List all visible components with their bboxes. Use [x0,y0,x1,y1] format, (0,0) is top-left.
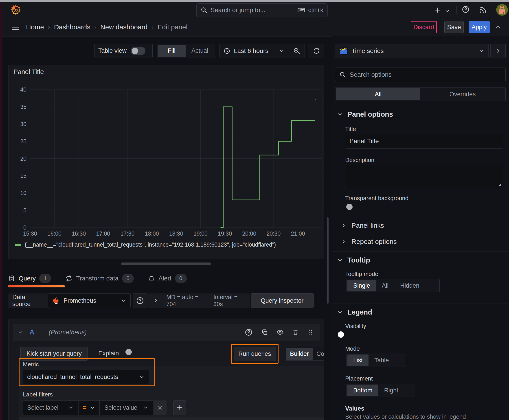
metric-select[interactable]: cloudflared_tunnel_total_requests [23,370,149,384]
textarea-resize-icon[interactable] [498,182,501,187]
legend-swatch [15,244,21,246]
panel-options-header[interactable]: Panel options [337,110,393,119]
svg-text:30: 30 [20,121,26,127]
options-chevron-icon [153,298,159,304]
remove-filter-button[interactable] [153,400,167,415]
chart-legend[interactable]: {__name__="cloudflared_tunnel_total_requ… [15,241,276,248]
panel-title: Panel Title [14,68,44,76]
breadcrumb-separator-icon: › [94,24,96,31]
breadcrumb-item[interactable]: Home [26,23,44,31]
code-option[interactable]: Code [313,348,324,360]
query-ref-id: A [30,328,34,336]
svg-text:18:00: 18:00 [145,230,159,237]
nav-divider [456,6,457,14]
panel-options-chevron-icon [337,112,343,117]
zoom-out-button[interactable] [289,44,304,58]
options-search-input[interactable]: Search options [335,68,506,82]
operator-dropdown[interactable]: = [79,400,100,415]
title-label: Title [345,126,356,133]
legend-mode-table[interactable]: Table [369,354,395,366]
tooltip-hidden[interactable]: Hidden [394,280,425,292]
legend-header[interactable]: Legend [337,308,372,316]
breadcrumb-item[interactable]: Dashboards [54,23,91,31]
breadcrumb-item[interactable]: New dashboard [100,23,147,31]
user-avatar[interactable] [496,4,508,16]
grafana-logo-icon[interactable] [10,4,22,16]
main-scrollbar-thumb[interactable] [327,218,328,304]
legend-values-label: Values [345,405,365,412]
duplicate-query-icon[interactable] [261,329,268,336]
drag-query-grip-icon[interactable] [307,329,314,335]
visualization-picker[interactable]: Time series [335,44,489,58]
resize-drag-handle[interactable] [121,262,211,265]
timeseries-viz-icon [339,47,348,55]
time-range-picker[interactable]: Last 6 hours [220,47,289,54]
time-range-control: Last 6 hours [219,44,305,58]
viz-chevron-icon [479,48,484,54]
options-search-placeholder: Search options [350,71,392,78]
news-rss-icon[interactable] [479,6,487,14]
legend-mode-label: Mode [345,345,360,352]
help-icon[interactable] [462,5,470,14]
panel-title-input[interactable]: Panel Title [345,134,503,149]
add-new-button[interactable] [433,6,441,14]
tab-transform-data[interactable]: Transform data 0 [65,274,134,283]
apply-button[interactable]: Apply [469,21,490,33]
datasource-help-button[interactable] [133,293,147,308]
legend-placement-right[interactable]: Right [378,384,404,396]
fill-option[interactable]: Fill [158,45,186,57]
svg-text:20:00: 20:00 [242,230,256,237]
breadcrumb-bar: Home›Dashboards›New dashboard›Edit panel… [2,18,509,37]
tab-all[interactable]: All [336,88,420,100]
query-row-header[interactable]: A (Prometheus) [13,324,319,341]
panel-links-section[interactable]: Panel links [341,222,384,229]
legend-mode-list[interactable]: List [347,354,369,366]
add-filter-button[interactable] [173,400,186,415]
select-value-chevron-icon [143,405,149,411]
table-view-control: Table view [94,44,153,58]
breadcrumb-current: Edit panel [158,23,187,31]
legend-chevron-icon [337,309,343,315]
collapse-sidebar-button[interactable] [490,44,506,58]
repeat-options-section[interactable]: Repeat options [341,238,397,246]
refresh-button[interactable] [309,44,324,58]
description-textarea[interactable] [345,165,503,188]
grafana-edit-panel: Search or jump to... ctrl+k Home›Dashboa… [0,0,509,420]
collapse-panel-chevron-icon[interactable] [495,24,501,30]
select-label-dropdown[interactable]: Select label [23,400,78,415]
select-value-dropdown[interactable]: Select value [100,400,153,415]
builder-option[interactable]: Builder [286,348,313,360]
tooltip-header[interactable]: Tooltip [337,256,370,264]
svg-text:16:00: 16:00 [47,230,61,237]
save-button[interactable]: Save [444,21,464,33]
table-view-toggle[interactable] [131,47,145,55]
datasource-picker[interactable]: Prometheus [48,293,131,308]
options-sidebar: Time series Search options All Overrides… [332,36,509,420]
menu-hamburger-icon[interactable] [11,23,21,31]
search-shortcut: ctrl+k [308,7,323,14]
discard-button[interactable]: Discard [411,21,437,33]
actual-option[interactable]: Actual [186,45,214,57]
tooltip-mode-label: Tooltip mode [345,270,378,278]
toggle-visibility-eye-icon[interactable] [276,329,284,336]
run-queries-button[interactable]: Run queries [234,347,276,361]
svg-text:25: 25 [20,138,26,144]
legend-placement-segment: Bottom Right [347,384,415,397]
query-collapse-chevron-icon[interactable] [17,329,23,335]
svg-text:18:30: 18:30 [169,230,183,237]
svg-text:17:30: 17:30 [121,230,135,237]
query-inspector-button[interactable]: Query inspector [251,293,313,308]
tab-overrides[interactable]: Overrides [420,88,505,100]
tooltip-all[interactable]: All [376,280,394,292]
add-new-chevron-icon[interactable] [444,8,450,14]
legend-placement-bottom[interactable]: Bottom [347,384,378,396]
delete-query-trash-icon[interactable] [292,329,299,336]
tab-query[interactable]: Query 1 [8,274,51,283]
svg-text:40: 40 [20,86,26,93]
tooltip-single[interactable]: Single [347,280,376,292]
query-help-icon[interactable] [245,328,253,336]
tab-alert[interactable]: Alert 0 [148,274,187,283]
select-label-chevron-icon [68,405,74,411]
global-search[interactable]: Search or jump to... ctrl+k [196,3,328,17]
query-options-summary[interactable]: MD = auto = 704 Interval = 30s [148,293,250,308]
